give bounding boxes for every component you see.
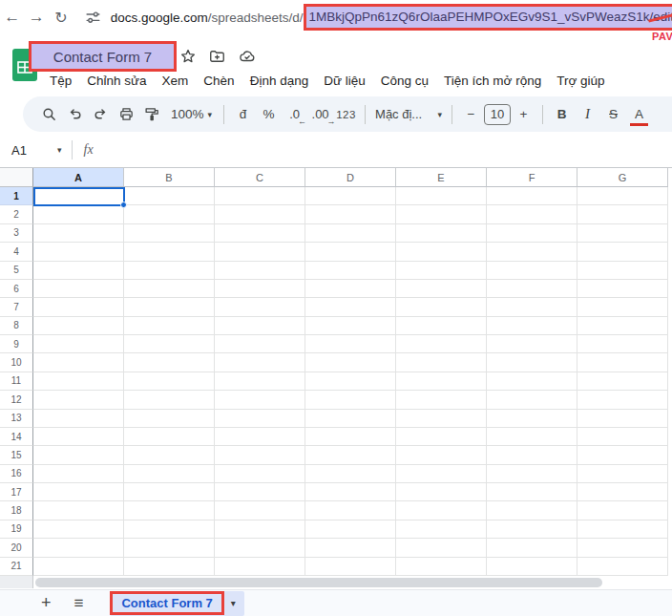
menu-tệp[interactable]: Tệp [42,71,79,91]
column-header-F[interactable]: F [487,168,578,187]
search-icon[interactable] [36,101,62,128]
cell-D21[interactable] [305,558,396,576]
cell-D2[interactable] [305,205,396,223]
cell-G5[interactable] [578,262,668,280]
cell-F14[interactable] [487,428,578,446]
cell-E13[interactable] [396,410,487,428]
cell-F8[interactable] [487,317,578,335]
cell-G11[interactable] [578,372,668,391]
cell-D12[interactable] [305,391,396,409]
row-header-11[interactable]: 11 [0,372,33,391]
cell-B19[interactable] [124,520,215,539]
cell-E1[interactable] [396,187,487,205]
cell-B16[interactable] [124,465,215,483]
cell-B9[interactable] [124,335,215,353]
row-header-5[interactable]: 5 [0,262,33,280]
increase-decimal-button[interactable]: .00→ [307,101,333,128]
cell-C21[interactable] [215,558,305,576]
cell-D15[interactable] [305,446,396,464]
cell-F3[interactable] [487,224,578,243]
menu-tiện-ích-mở-rộng[interactable]: Tiện ích mở rộng [436,71,549,91]
cell-C11[interactable] [215,372,305,391]
cell-E20[interactable] [396,539,487,557]
cell-G21[interactable] [578,558,668,576]
all-sheets-menu-icon[interactable]: ≡ [74,594,84,613]
row-header-21[interactable]: 21 [0,558,33,576]
cell-F6[interactable] [487,280,578,298]
column-header-E[interactable]: E [396,168,487,187]
paint-format-icon[interactable] [139,101,165,128]
star-icon[interactable] [179,48,197,65]
cell-A14[interactable] [33,428,124,446]
cell-C20[interactable] [215,539,305,557]
cell-D13[interactable] [305,410,396,428]
format-percent-button[interactable]: % [256,101,282,128]
cell-E14[interactable] [396,428,487,446]
cell-A18[interactable] [33,501,124,520]
cell-A7[interactable] [33,298,124,316]
cell-B5[interactable] [124,262,215,280]
cell-A21[interactable] [33,558,124,576]
decrease-decimal-button[interactable]: .0← [282,101,307,128]
cell-B6[interactable] [124,280,215,298]
cell-D7[interactable] [305,298,396,316]
more-formats-button[interactable]: 123 [333,101,359,128]
cell-G2[interactable] [578,205,668,223]
cell-E19[interactable] [396,520,487,539]
cell-C19[interactable] [215,520,305,539]
cell-C1[interactable] [215,187,305,205]
cell-B13[interactable] [124,410,215,428]
cell-E18[interactable] [396,501,487,520]
move-to-folder-icon[interactable] [208,48,226,65]
cell-E8[interactable] [396,317,487,335]
menu-xem[interactable]: Xem [155,71,197,91]
bold-button[interactable]: B [549,101,575,128]
cell-B8[interactable] [124,317,215,335]
cell-D3[interactable] [305,224,396,243]
cell-C13[interactable] [215,410,305,428]
cell-F20[interactable] [487,539,578,557]
cell-C14[interactable] [215,428,305,446]
cell-F12[interactable] [487,391,578,409]
text-color-button[interactable]: A [626,101,652,128]
cell-F4[interactable] [487,243,578,261]
cell-F11[interactable] [487,372,578,391]
cell-B20[interactable] [124,539,215,557]
cell-G13[interactable] [578,410,668,428]
row-header-8[interactable]: 8 [0,317,33,335]
cell-G19[interactable] [578,520,668,539]
sheet-tab-menu-icon[interactable]: ▾ [231,598,236,608]
cell-G18[interactable] [578,501,668,520]
cell-D11[interactable] [305,372,396,391]
cell-C4[interactable] [215,243,305,261]
cell-E6[interactable] [396,280,487,298]
horizontal-scrollbar[interactable] [35,578,602,587]
italic-button[interactable]: I [575,101,600,128]
cell-F2[interactable] [487,205,578,223]
cell-F1[interactable] [487,187,578,205]
menu-định-dạng[interactable]: Định dạng [242,71,317,91]
cell-A5[interactable] [33,262,124,280]
browser-back-icon[interactable]: ← [0,8,25,27]
cell-B1[interactable] [124,187,215,205]
cell-A6[interactable] [33,280,124,298]
cell-F19[interactable] [487,520,578,539]
cell-C18[interactable] [215,501,305,520]
format-currency-button[interactable]: đ [230,101,256,128]
cell-E9[interactable] [396,335,487,353]
address-bar[interactable]: docs.google.com/spreadsheets/d/1MBkjQpPn… [111,4,672,31]
cell-F10[interactable] [487,353,578,372]
cell-E12[interactable] [396,391,487,409]
column-header-G[interactable]: G [578,168,668,187]
cell-A15[interactable] [33,446,124,464]
redo-icon[interactable] [88,101,114,128]
cell-D20[interactable] [305,539,396,557]
cell-A12[interactable] [33,391,124,409]
sheet-tab-active[interactable]: Contact Form 7 ▾ [110,591,243,616]
cell-G3[interactable] [578,224,668,243]
cell-G14[interactable] [578,428,668,446]
cell-E10[interactable] [396,353,487,372]
cell-C9[interactable] [215,335,305,353]
cell-F13[interactable] [487,410,578,428]
cell-D1[interactable] [305,187,396,205]
